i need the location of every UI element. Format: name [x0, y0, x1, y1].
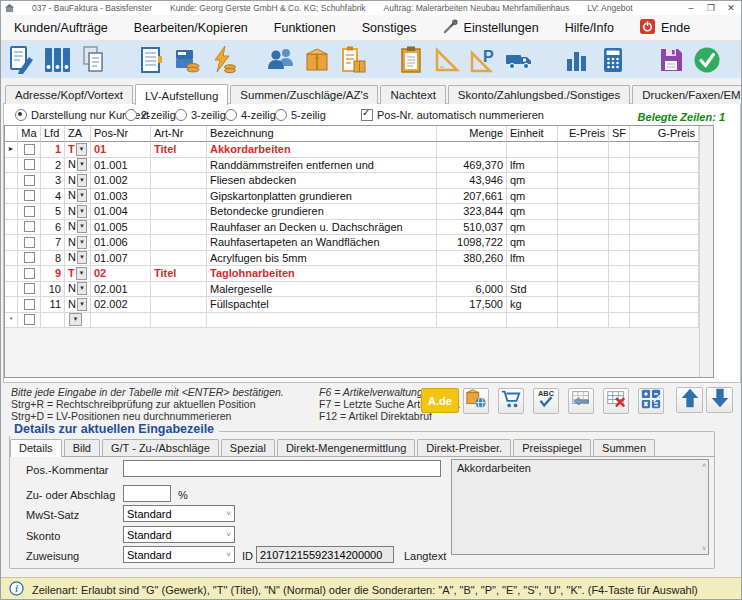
cell-e-preis[interactable] — [558, 282, 609, 298]
cell-za[interactable]: ▼ — [65, 313, 91, 329]
cell-einheit[interactable]: lfm — [507, 251, 558, 267]
za-dropdown-button[interactable]: ▼ — [77, 205, 87, 218]
menu-einstellungen[interactable]: Einstellungen — [430, 15, 552, 40]
cell-pos-nr[interactable]: 01.005 — [91, 220, 151, 236]
cell-bezeichnung[interactable]: Fliesen abdecken — [207, 173, 437, 189]
menu-hilfe-info[interactable]: Hilfe/Info — [552, 15, 627, 40]
cell-pos-nr[interactable]: 01.004 — [91, 204, 151, 220]
dtab-direkt-preisber[interactable]: Direkt-Preisber. — [417, 439, 511, 456]
za-dropdown-button[interactable]: ▼ — [77, 282, 87, 295]
row-checkbox[interactable] — [24, 314, 35, 325]
cell-e-preis[interactable] — [558, 142, 609, 158]
row-mark-cell[interactable] — [18, 189, 41, 205]
cell-menge[interactable] — [437, 266, 507, 282]
tab-summen-zuschlaege[interactable]: Summen/Zuschläge/AZ's — [230, 85, 378, 104]
folders-icon[interactable] — [41, 44, 73, 76]
cell-e-preis[interactable] — [558, 251, 609, 267]
cell-e-preis[interactable] — [558, 158, 609, 174]
row-mark-cell[interactable] — [18, 251, 41, 267]
cell-e-preis[interactable] — [558, 173, 609, 189]
cell-bezeichnung[interactable]: Füllspachtel — [207, 297, 437, 313]
za-dropdown-button[interactable]: ▼ — [77, 298, 87, 311]
cell-art-nr[interactable] — [151, 173, 207, 189]
cell-g-preis[interactable] — [630, 251, 699, 267]
cell-pos-nr[interactable]: 02.002 — [91, 297, 151, 313]
cell-g-preis[interactable] — [630, 266, 699, 282]
cell-za[interactable]: N▼ — [65, 220, 91, 236]
cell-menge[interactable]: 6,000 — [437, 282, 507, 298]
cell-e-preis[interactable] — [558, 266, 609, 282]
cell-art-nr[interactable] — [151, 158, 207, 174]
scroll-up-icon[interactable]: ˄ — [702, 462, 706, 469]
cell-lfd[interactable]: 1 — [41, 142, 65, 158]
row-mark-cell[interactable] — [18, 235, 41, 251]
cell-za[interactable]: N▼ — [65, 189, 91, 205]
ruler-triangle-icon[interactable] — [431, 44, 463, 76]
pos-kommentar-input[interactable] — [123, 460, 441, 477]
cell-art-nr[interactable] — [151, 220, 207, 236]
cell-lfd[interactable]: 4 — [41, 189, 65, 205]
row-mark-cell[interactable] — [18, 282, 41, 298]
za-dropdown-button[interactable]: ▼ — [77, 220, 87, 233]
table-row[interactable]: 7 N▼ 01.006 Rauhfasertapeten an Wandfläc… — [5, 235, 700, 251]
row-checkbox[interactable] — [24, 268, 35, 279]
row-mark-cell[interactable] — [18, 313, 41, 329]
cell-za[interactable]: N▼ — [65, 282, 91, 298]
cell-e-preis[interactable] — [558, 297, 609, 313]
close-button[interactable]: ✕ — [721, 1, 741, 15]
table-row[interactable]: 9 T▼ 02 Titel Taglohnarbeiten — [5, 266, 700, 282]
row-mark-cell[interactable] — [18, 220, 41, 236]
scroll-down-icon[interactable]: ˅ — [702, 545, 706, 552]
row-checkbox[interactable] — [24, 237, 35, 248]
bar-chart-icon[interactable] — [561, 44, 593, 76]
cell-art-nr[interactable] — [151, 235, 207, 251]
row-checkbox[interactable] — [24, 221, 35, 232]
cell-einheit[interactable]: Std — [507, 282, 558, 298]
cell-einheit[interactable]: qm — [507, 204, 558, 220]
cell-lfd[interactable]: 8 — [41, 251, 65, 267]
cell-g-preis[interactable] — [630, 158, 699, 174]
cell-g-preis[interactable] — [630, 282, 699, 298]
radio-5zeilig[interactable] — [275, 109, 287, 121]
cell-za[interactable]: N▼ — [65, 204, 91, 220]
copy-documents-icon[interactable] — [77, 44, 109, 76]
cell-lfd[interactable]: 2 — [41, 158, 65, 174]
cell-e-preis[interactable] — [558, 204, 609, 220]
radio-4zeilig[interactable] — [225, 109, 237, 121]
za-dropdown-button[interactable]: ▼ — [76, 267, 87, 280]
cell-za[interactable]: T▼ — [65, 142, 91, 158]
cell-bezeichnung[interactable]: Akkordarbeiten — [207, 142, 437, 158]
cell-bezeichnung[interactable]: Rauhfasertapeten an Wandflächen — [207, 235, 437, 251]
cell-lfd[interactable]: 3 — [41, 173, 65, 189]
cell-za[interactable]: N▼ — [65, 173, 91, 189]
dtab-direkt-mengenermittlung[interactable]: Direkt-Mengenermittlung — [277, 439, 415, 456]
cell-einheit[interactable]: qm — [507, 235, 558, 251]
radio-3zeilig[interactable] — [175, 109, 187, 121]
zu-abschlag-input[interactable] — [123, 485, 171, 502]
row-checkbox[interactable] — [24, 175, 35, 186]
cell-bezeichnung[interactable] — [207, 313, 437, 329]
cell-menge[interactable]: 43,946 — [437, 173, 507, 189]
row-checkbox[interactable] — [24, 159, 35, 170]
cell-einheit[interactable] — [507, 142, 558, 158]
cell-bezeichnung[interactable]: Acrylfugen bis 5mm — [207, 251, 437, 267]
move-row-up-button[interactable] — [676, 387, 703, 413]
cell-einheit[interactable]: kg — [507, 297, 558, 313]
calc-functions-button[interactable] — [638, 388, 664, 414]
checkbox-autonum[interactable] — [361, 109, 373, 121]
cell-za[interactable]: N▼ — [65, 158, 91, 174]
dtab-summen[interactable]: Summen — [593, 439, 655, 456]
row-mark-cell[interactable] — [18, 266, 41, 282]
menu-kunden-auftraege[interactable]: Kunden/Aufträge — [1, 15, 121, 40]
cell-lfd[interactable]: 11 — [41, 297, 65, 313]
spellcheck-button[interactable]: ABC — [533, 388, 559, 414]
row-checkbox[interactable] — [24, 299, 35, 310]
truck-icon[interactable] — [503, 44, 535, 76]
cell-art-nr[interactable] — [151, 282, 207, 298]
cell-g-preis[interactable] — [630, 313, 699, 329]
row-mark-cell[interactable] — [18, 173, 41, 189]
planning-icon[interactable]: P — [467, 44, 499, 76]
menu-ende[interactable]: Ende — [627, 15, 703, 40]
cell-einheit[interactable]: qm — [507, 173, 558, 189]
insert-row-button[interactable] — [568, 388, 594, 414]
